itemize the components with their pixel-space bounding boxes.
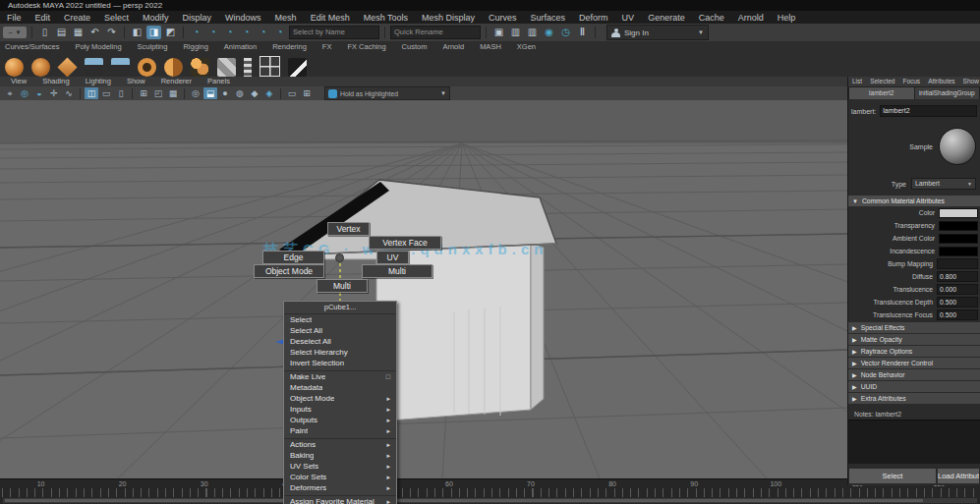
tab-shading-group[interactable]: initialShadingGroup [915, 87, 980, 99]
bookmark-icon[interactable] [47, 87, 61, 99]
load-attributes-button[interactable]: Load Attributes [938, 469, 979, 483]
panel-menu-item[interactable]: Lighting [78, 77, 119, 86]
xray-joints-icon[interactable] [218, 87, 232, 99]
menubar-item[interactable]: Edit Mesh [304, 13, 357, 23]
diffuse-field[interactable]: 0.800 [937, 271, 978, 282]
snap-grid-icon[interactable] [130, 26, 144, 39]
panel-menu-item[interactable]: View [3, 77, 34, 86]
snap-view-icon[interactable] [256, 26, 270, 39]
context-menu-item[interactable]: Metadata [284, 382, 396, 393]
context-menu-item[interactable]: Invert Selection [284, 358, 396, 368]
color-swatch[interactable] [939, 208, 978, 218]
ipr-render-icon[interactable] [542, 26, 556, 39]
context-menu-item[interactable]: Object Mode ▸ [284, 393, 396, 404]
incandescence-swatch[interactable] [939, 247, 978, 256]
context-menu-item[interactable]: Inputs ▸ [284, 404, 396, 415]
collapsed-section-header[interactable]: ▶ Extra Attributes [848, 393, 980, 404]
menubar-item[interactable]: Modify [136, 13, 176, 23]
render-view-icon[interactable] [491, 26, 506, 39]
range-slider-bar[interactable] [5, 499, 923, 502]
context-menu-item[interactable]: Paint ▸ [284, 425, 396, 436]
shelf-tab[interactable]: MASH [480, 42, 501, 51]
notes-textarea[interactable] [848, 420, 980, 464]
context-menu-item[interactable]: Deselect All [284, 336, 396, 347]
context-menu-item[interactable]: Outputs ▸ [284, 415, 396, 425]
select-by-name-input[interactable]: Select by Name [289, 26, 379, 39]
menubar-item[interactable]: Select [97, 13, 136, 23]
viewport-dropdown[interactable]: Hold as Highlighted ▼ [324, 86, 450, 100]
view-transform-icon[interactable] [262, 87, 276, 99]
context-menu-item[interactable]: Select [284, 314, 396, 325]
select-object-icon[interactable] [205, 26, 220, 39]
ambient-color-swatch[interactable] [939, 234, 978, 244]
render-settings-icon[interactable] [525, 26, 540, 39]
film-gate-icon[interactable] [300, 87, 314, 99]
translucence-field[interactable]: 0.000 [937, 284, 978, 295]
camera-attributes-icon[interactable] [32, 87, 46, 99]
timeline-ticks[interactable] [2, 488, 978, 497]
translucence-depth-field[interactable]: 0.500 [937, 297, 978, 308]
poly-cone-icon[interactable] [85, 58, 103, 77]
bump-mapping-field[interactable] [937, 258, 978, 269]
shadows-icon[interactable] [151, 87, 165, 99]
make-live-icon[interactable] [272, 26, 287, 39]
context-menu-item[interactable]: Actions ▸ [284, 438, 396, 450]
pause-viewport-icon[interactable] [575, 26, 590, 39]
attribute-editor-menu-item[interactable]: Attributes [924, 77, 958, 86]
render-current-frame-icon[interactable] [508, 26, 523, 39]
menubar-item[interactable]: Display [176, 13, 219, 23]
gamma-icon[interactable] [248, 87, 261, 99]
panel-menu-item[interactable]: Shading [34, 77, 78, 86]
poly-cylinder-icon[interactable] [57, 57, 77, 77]
attribute-editor-menu-item[interactable]: Selected [866, 77, 898, 86]
sculpt-tool-icon[interactable] [288, 58, 307, 77]
collapsed-section-header[interactable]: ▶ Special Effects [848, 322, 980, 333]
menubar-item[interactable]: Generate [641, 13, 692, 23]
quick-rename-input[interactable]: Quick Rename [390, 26, 481, 39]
shelf-tab[interactable]: Arnold [442, 42, 464, 51]
new-scene-icon[interactable] [37, 26, 52, 39]
shelf-tab[interactable]: Rendering [272, 42, 307, 51]
snap-curve-icon[interactable] [146, 26, 161, 39]
transparency-swatch[interactable] [939, 221, 978, 231]
undo-icon[interactable] [87, 26, 102, 39]
collapsed-section-header[interactable]: ▶ Vector Renderer Control [848, 358, 980, 368]
poly-plane-icon[interactable] [164, 58, 183, 77]
exposure-icon[interactable] [233, 87, 247, 99]
poly-platonic-icon[interactable] [217, 58, 236, 77]
panel-menu-item[interactable]: Panels [200, 77, 238, 86]
menubar-item[interactable]: Create [57, 13, 97, 23]
shelf-tab[interactable]: FX Caching [347, 42, 385, 51]
menubar-item[interactable]: Curves [482, 13, 524, 23]
attribute-editor-menu-item[interactable]: Show [959, 77, 980, 86]
screen-space-ao-icon[interactable] [166, 87, 180, 99]
xray-icon[interactable] [203, 87, 217, 99]
center-pivot-icon[interactable] [3, 87, 17, 99]
account-dropdown[interactable]: Sign In ▼ [606, 25, 709, 40]
marking-menu-south[interactable]: Multi [317, 279, 368, 293]
select-component-icon[interactable] [222, 26, 237, 39]
resolution-gate-icon[interactable] [285, 87, 299, 99]
render-sequence-icon[interactable] [558, 26, 573, 39]
select-button[interactable]: Select [849, 469, 936, 483]
time-slider[interactable]: 102030405060708090100110120 [0, 478, 980, 504]
attribute-editor-menu-item[interactable]: List [848, 77, 866, 86]
save-scene-icon[interactable] [71, 26, 86, 39]
material-name-field[interactable]: lambert2 [880, 105, 977, 117]
shelf-tab[interactable]: Animation [224, 42, 257, 51]
poly-helix-icon[interactable] [244, 58, 252, 77]
menubar-item[interactable]: Arnold [731, 13, 771, 23]
collapsed-section-header[interactable]: ▶ Matte Opacity [848, 334, 980, 345]
shelf-tab[interactable]: XGen [517, 42, 536, 51]
context-menu-item[interactable]: Color Sets ▸ [284, 472, 396, 482]
context-menu-item[interactable]: UV Sets ▸ [284, 461, 396, 472]
look-through-icon[interactable] [18, 87, 31, 99]
snap-magnet-icon[interactable] [239, 26, 254, 39]
context-menu-item[interactable]: Select Hierarchy [284, 347, 396, 358]
shelf-tab[interactable]: FX [322, 42, 332, 51]
open-scene-icon[interactable] [54, 26, 69, 39]
marking-menu-uv[interactable]: UV [376, 251, 409, 264]
marking-menu-vertex-face[interactable]: Vertex Face [369, 236, 441, 250]
context-menu-item[interactable]: Deformers ▸ [284, 482, 396, 493]
poly-disc-icon[interactable] [191, 58, 209, 77]
